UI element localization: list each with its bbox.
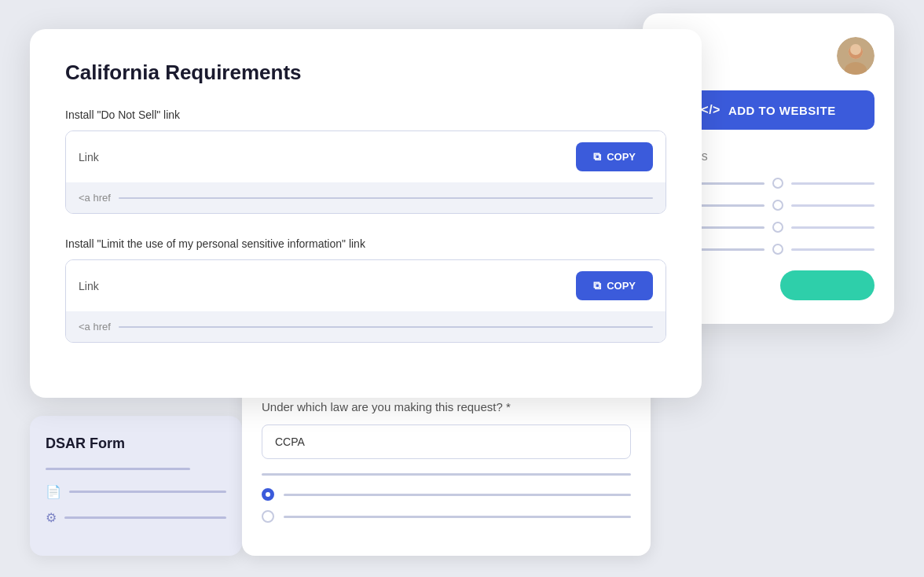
settings-line-right-2 [791,204,874,207]
dsar-icon-row-2: ⚙ [46,510,226,525]
dsar-divider [46,468,190,470]
form-option-line-2 [284,516,631,518]
radio-empty-3[interactable] [772,222,783,233]
section1-label: Install "Do Not Sell" link [65,108,666,121]
section1-copy-label: COPY [607,151,636,163]
section1-href-row: <a href [66,182,666,213]
document-icon: 📄 [46,484,61,499]
form-radio-row-1 [262,488,631,501]
section2-link-box: Link ⧉ COPY <a href [65,259,666,343]
radio-empty-4[interactable] [772,244,783,255]
dsar-icon-line-2 [64,516,226,519]
section1-href-line [119,197,653,199]
confirm-button[interactable] [780,270,874,300]
settings-line-right-4 [791,248,874,251]
section2-copy-label: COPY [607,280,636,292]
avatar [837,37,874,75]
copy-icon-1: ⧉ [593,150,601,164]
form-option-line-1 [284,494,631,496]
radio-empty-2[interactable] [772,200,783,211]
section1-copy-button[interactable]: ⧉ COPY [576,142,653,171]
settings-line-right-3 [791,226,874,229]
section1-link-row: Link ⧉ COPY [66,131,666,182]
radio-empty-1[interactable] [772,178,783,189]
california-requirements-card: California Requirements Install "Do Not … [30,29,702,398]
section2-href-line [119,326,653,328]
section2-label: Install "Limit the use of my personal se… [65,237,666,250]
section2-copy-button[interactable]: ⧉ COPY [576,271,653,300]
add-website-label: ADD TO WEBSITE [728,104,836,117]
copy-icon-2: ⧉ [593,279,601,292]
dsar-form-details-card: Under which law are you making this requ… [242,377,651,556]
section1-link-text: Link [79,151,99,164]
form-radio-unselected[interactable] [262,510,274,523]
code-icon: </> [701,103,720,117]
dsar-form-card: DSAR Form 📄 ⚙ [30,416,242,556]
settings-line-right-1 [791,182,874,185]
dsar-icon-line-1 [69,491,226,493]
section1-href-label: <a href [79,192,111,204]
svg-point-4 [850,44,861,55]
form-question: Under which law are you making this requ… [262,400,631,413]
section2-link-text: Link [79,280,99,292]
section2-href-row: <a href [66,311,666,342]
dsar-icon-row-1: 📄 [46,484,226,499]
dsar-form-title: DSAR Form [46,436,226,452]
form-divider [262,473,631,476]
section1-link-box: Link ⧉ COPY <a href [65,130,666,214]
card-title: California Requirements [65,61,666,85]
form-law-input[interactable] [262,424,631,459]
section2-href-label: <a href [79,321,111,333]
gear-icon: ⚙ [46,510,57,525]
form-radio-row-2 [262,510,631,523]
section2-link-row: Link ⧉ COPY [66,260,666,311]
form-radio-selected[interactable] [262,488,274,501]
